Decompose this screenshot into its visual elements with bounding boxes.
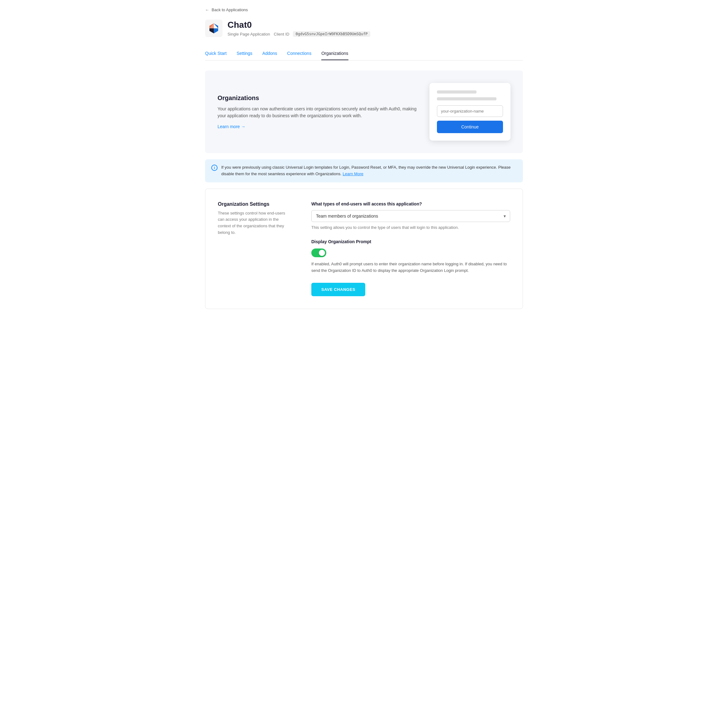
app-meta: Single Page Application Client ID 0gdvG5… [227, 31, 370, 37]
end-user-type-select-wrapper: Team members of organizations Individual… [311, 210, 510, 222]
settings-question: What types of end-users will access this… [311, 201, 510, 207]
save-changes-button[interactable]: SAVE CHANGES [311, 283, 365, 296]
mock-continue-button[interactable]: Continue [437, 121, 503, 133]
organizations-hero: Organizations Your applications can now … [205, 71, 523, 153]
display-org-prompt-toggle[interactable] [311, 249, 326, 257]
toggle-title: Display Organization Prompt [311, 239, 510, 244]
tab-connections[interactable]: Connections [287, 47, 311, 60]
mock-bar-long [437, 97, 497, 100]
app-logo [205, 20, 222, 37]
toggle-wrapper [311, 249, 510, 257]
tab-quick-start[interactable]: Quick Start [205, 47, 227, 60]
info-banner-text: If you were previously using classic Uni… [221, 164, 517, 178]
end-user-type-select[interactable]: Team members of organizations Individual… [311, 210, 510, 222]
info-learn-more-link[interactable]: Learn More [342, 172, 363, 176]
settings-description: These settings control how end-users can… [218, 210, 293, 236]
toggle-description: If enabled, Auth0 will prompt users to e… [311, 261, 510, 274]
back-link[interactable]: ← Back to Applications [205, 7, 523, 12]
hero-description: Your applications can now authenticate u… [218, 106, 417, 119]
svg-marker-3 [214, 28, 218, 33]
settings-title: Organization Settings [218, 201, 293, 207]
client-id-label: Client ID [274, 32, 289, 36]
tab-addons[interactable]: Addons [262, 47, 277, 60]
mock-login-card: Continue [429, 83, 510, 140]
settings-left: Organization Settings These settings con… [218, 201, 293, 296]
tab-organizations[interactable]: Organizations [321, 47, 348, 60]
app-name: Chat0 [227, 20, 370, 30]
tab-nav: Quick Start Settings Addons Connections … [205, 47, 523, 61]
svg-marker-4 [209, 23, 214, 28]
hero-text: Organizations Your applications can now … [218, 94, 417, 129]
settings-right: What types of end-users will access this… [311, 201, 510, 296]
toggle-section: Display Organization Prompt If enabled, … [311, 239, 510, 274]
hero-title: Organizations [218, 94, 417, 102]
back-link-label: Back to Applications [212, 7, 248, 12]
select-description: This setting allows you to control the t… [311, 224, 510, 231]
client-id-value: 0gdvG5snvJGpeIrW9FKXbB5D9UmSQufP [293, 31, 370, 37]
tab-settings[interactable]: Settings [237, 47, 253, 60]
info-icon: i [211, 165, 218, 171]
app-type: Single Page Application [227, 32, 270, 36]
learn-more-link[interactable]: Learn more → [218, 124, 417, 129]
mock-bar-short [437, 90, 477, 94]
svg-marker-0 [214, 23, 218, 28]
back-arrow-icon: ← [205, 7, 209, 12]
svg-marker-2 [209, 28, 214, 33]
info-icon-symbol: i [214, 166, 215, 170]
app-info: Chat0 Single Page Application Client ID … [227, 20, 370, 37]
mock-org-input[interactable] [437, 106, 503, 117]
settings-card: Organization Settings These settings con… [205, 189, 523, 309]
info-banner: i If you were previously using classic U… [205, 159, 523, 182]
app-header: Chat0 Single Page Application Client ID … [205, 20, 523, 37]
learn-more-text: Learn more [218, 124, 240, 129]
learn-more-arrow: → [241, 124, 246, 129]
